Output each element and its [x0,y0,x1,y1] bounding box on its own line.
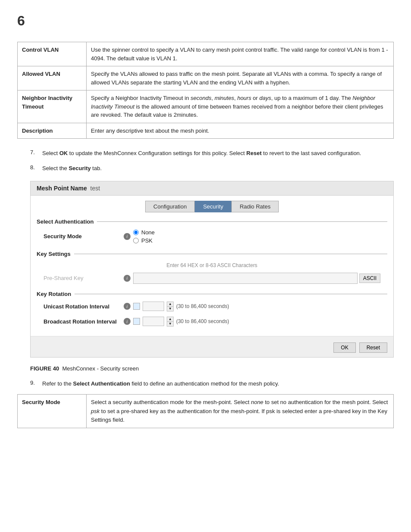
security-mode-label: Security Mode [44,233,121,240]
page-number: 6 [17,13,394,29]
radio-none-row[interactable]: None [133,229,155,236]
table-row-description: Description Enter any descriptive text a… [18,123,394,139]
table-row-control-vlan: Control VLAN Use the spinner control to … [18,42,394,66]
radio-psk-label: PSK [141,237,153,244]
psk-info-icon[interactable]: i [124,275,131,282]
mesh-panel-header: Mesh Point Name test [31,181,393,196]
mesh-panel-title: Mesh Point Name [37,185,87,192]
step-8: 8. Select the Security tab. [17,164,394,173]
broadcast-arrow-up[interactable]: ▲ [167,317,173,322]
security-mode-radio-group: None PSK [133,229,155,244]
unicast-info-icon[interactable]: i [124,303,131,310]
control-vlan-label: Control VLAN [18,42,87,66]
radio-psk[interactable] [133,238,139,243]
broadcast-arrow-down[interactable]: ▼ [167,322,173,326]
select-auth-section-header: Select Authentication [31,214,393,227]
bottom-info-table: Security Mode Select a security authenti… [17,394,394,428]
key-settings-section-header: Key Settings [31,246,393,259]
unicast-range-text: (30 to 86,400 seconds) [176,303,229,309]
tab-security[interactable]: Security [195,201,231,212]
figure-title: MeshConnex - Security screen [62,365,139,372]
security-mode-row: Security Mode i None PSK [31,227,393,246]
allowed-vlan-label: Allowed VLAN [18,66,87,90]
security-mode-info-icon[interactable]: i [124,233,131,240]
unicast-rotation-controls: 30 ▲ ▼ (30 to 86,400 seconds) [133,302,229,311]
pre-shared-key-row: Pre-Shared Key i ASCII [31,270,393,286]
unicast-checkbox[interactable] [133,303,140,310]
unicast-spinner-arrows[interactable]: ▲ ▼ [167,302,174,311]
ok-button[interactable]: OK [333,342,355,353]
tab-bar: Configuration Security Radio Rates [31,196,393,212]
description-label: Description [18,123,87,139]
broadcast-rotation-controls: 30 ▲ ▼ (30 to 86,400 seconds) [133,317,229,327]
figure-caption: FIGURE 40 MeshConnex - Security screen [30,365,394,372]
step-8-text: Select the Security tab. [42,164,102,173]
radio-none-label: None [141,229,155,236]
pre-shared-key-label: Pre-Shared Key [44,275,121,281]
step-7-number: 7. [30,149,42,158]
unicast-label: Unicast Rotation Interval [44,303,121,310]
broadcast-range-text: (30 to 86,400 seconds) [176,318,229,324]
description-desc: Enter any descriptive text about the mes… [87,123,394,139]
mesh-panel-name-value: test [90,185,100,192]
reset-button[interactable]: Reset [359,342,387,353]
mesh-panel: Mesh Point Name test Configuration Secur… [30,181,394,358]
top-info-table: Control VLAN Use the spinner control to … [17,42,394,139]
broadcast-label: Broadcast Rotation Interval [44,318,121,325]
table-row-allowed-vlan: Allowed VLAN Specify the VLANs allowed t… [18,66,394,90]
key-rotation-section-header: Key Rotation [31,286,393,299]
broadcast-info-icon[interactable]: i [124,318,131,325]
unicast-spinner-input[interactable]: 30 [143,302,164,311]
security-mode-table-desc: Select a security authentication mode fo… [87,395,394,428]
unicast-rotation-row: Unicast Rotation Interval i 30 ▲ ▼ (30 t… [31,299,393,314]
broadcast-checkbox[interactable] [133,318,140,325]
tab-radio-rates[interactable]: Radio Rates [231,201,279,212]
broadcast-rotation-row: Broadcast Rotation Interval i 30 ▲ ▼ (30… [31,314,393,329]
broadcast-spinner-input[interactable]: 30 [143,317,164,326]
broadcast-spinner-arrows[interactable]: ▲ ▼ [167,317,174,327]
unicast-arrow-down[interactable]: ▼ [167,307,173,311]
neighbor-inactivity-label: Neighbor Inactivity Timeout [18,90,87,123]
security-mode-table-label: Security Mode [18,395,87,428]
allowed-vlan-desc: Specify the VLANs allowed to pass traffi… [87,66,394,90]
step-9-number: 9. [30,380,42,389]
key-hint-text: Enter 64 HEX or 8-63 ASCII Characters [31,259,393,270]
step-7-text: Select OK to update the MeshConnex Confi… [42,149,361,158]
table-row-security-mode: Security Mode Select a security authenti… [18,395,394,428]
neighbor-inactivity-desc: Specify a Neighbor Inactivity Timeout in… [87,90,394,123]
table-row-neighbor-inactivity: Neighbor Inactivity Timeout Specify a Ne… [18,90,394,123]
panel-footer: OK Reset [31,336,393,357]
control-vlan-desc: Use the spinner control to specify a VLA… [87,42,394,66]
unicast-arrow-up[interactable]: ▲ [167,302,173,307]
step-8-number: 8. [30,164,42,173]
psk-input[interactable] [133,273,358,284]
figure-number: FIGURE 40 [30,365,59,372]
tab-configuration[interactable]: Configuration [145,201,195,212]
step-9: 9. Refer to the Select Authentication fi… [17,380,394,389]
radio-none[interactable] [133,230,139,235]
radio-psk-row[interactable]: PSK [133,237,155,244]
step-7: 7. Select OK to update the MeshConnex Co… [17,149,394,158]
ascii-button[interactable]: ASCII [359,274,380,283]
step-9-text: Refer to the Select Authentication field… [42,380,279,389]
